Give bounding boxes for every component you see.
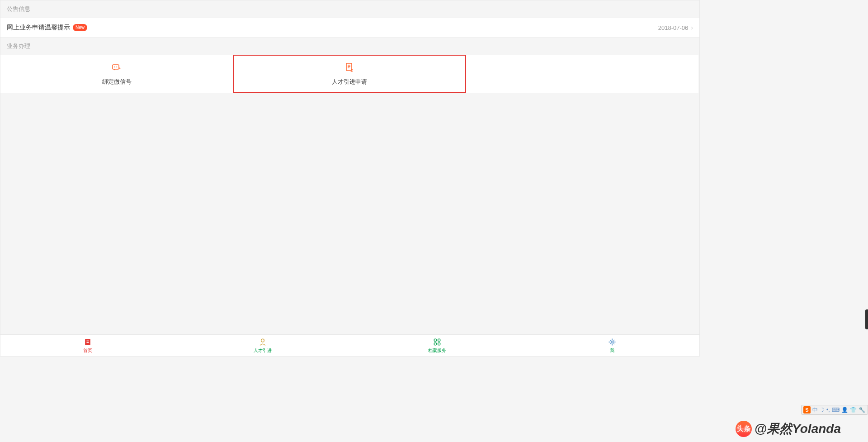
- watermark-text: @果然Yolanda: [755, 420, 841, 437]
- announcements-header-label: 公告信息: [7, 5, 30, 12]
- ime-moon-icon[interactable]: ☽: [820, 407, 825, 413]
- watermark-logo-icon: 头条: [736, 421, 752, 437]
- ime-person-icon[interactable]: 👤: [841, 407, 848, 413]
- nav-home[interactable]: 首页: [0, 335, 175, 356]
- sogou-logo-icon: S: [803, 406, 811, 413]
- nav-talent[interactable]: 人才引进: [175, 335, 350, 356]
- bottom-nav: 首页 人才引进 档案服务 我: [0, 334, 699, 356]
- announcement-date: 2018-07-06: [658, 24, 689, 31]
- talent-apply-card[interactable]: 人才引进申请: [233, 55, 466, 93]
- svg-rect-9: [87, 340, 89, 341]
- announcement-item-right: 2018-07-06 ›: [658, 24, 693, 31]
- document-person-icon: [344, 62, 355, 74]
- gear-icon: [608, 337, 617, 347]
- ime-keyboard-icon[interactable]: ⌨: [832, 407, 840, 413]
- ime-punct-icon[interactable]: •,: [826, 407, 830, 413]
- business-header-label: 业务办理: [7, 43, 30, 49]
- announcement-item[interactable]: 网上业务申请温馨提示 New 2018-07-06 ›: [0, 18, 699, 38]
- nav-home-label: 首页: [83, 347, 92, 354]
- svg-rect-13: [438, 339, 440, 341]
- business-header: 业务办理: [0, 38, 699, 55]
- wechat-icon: [111, 62, 122, 74]
- nav-talent-label: 人才引进: [254, 347, 272, 354]
- svg-rect-14: [434, 342, 437, 345]
- scroll-indicator[interactable]: [865, 309, 868, 329]
- svg-point-16: [611, 341, 613, 343]
- ime-toolbar[interactable]: S 中 ☽ •, ⌨ 👤 👕 🔧: [801, 405, 868, 415]
- ime-tool-icon[interactable]: 🔧: [859, 407, 865, 413]
- svg-point-11: [261, 339, 264, 342]
- ime-lang-label[interactable]: 中: [812, 406, 818, 414]
- app-container: 公告信息 网上业务申请温馨提示 New 2018-07-06 › 业务办理: [0, 0, 700, 356]
- home-icon: [83, 337, 92, 347]
- grid-icon: [433, 337, 442, 347]
- bind-wechat-card[interactable]: 绑定微信号: [0, 55, 233, 93]
- nav-me-label: 我: [610, 347, 614, 354]
- talent-apply-label: 人才引进申请: [332, 78, 367, 86]
- announcement-title: 网上业务申请温馨提示: [7, 24, 70, 32]
- empty-card: [466, 55, 698, 93]
- svg-rect-10: [87, 342, 89, 343]
- svg-rect-15: [438, 342, 440, 345]
- person-icon: [258, 337, 267, 347]
- watermark: 头条 @果然Yolanda: [736, 420, 841, 437]
- svg-point-7: [351, 69, 353, 71]
- svg-rect-12: [434, 339, 437, 341]
- chevron-right-icon: ›: [691, 24, 693, 31]
- business-cards-row: 绑定微信号 人才引进申请: [0, 55, 699, 93]
- new-badge: New: [73, 24, 87, 31]
- nav-archive-label: 档案服务: [428, 347, 446, 354]
- nav-me[interactable]: 我: [525, 335, 700, 356]
- announcements-header: 公告信息: [0, 0, 699, 18]
- nav-archive[interactable]: 档案服务: [350, 335, 525, 356]
- announcement-item-left: 网上业务申请温馨提示 New: [7, 24, 87, 32]
- bind-wechat-label: 绑定微信号: [102, 78, 132, 86]
- svg-point-2: [116, 67, 117, 67]
- ime-skin-icon[interactable]: 👕: [850, 407, 857, 413]
- svg-point-1: [114, 67, 115, 67]
